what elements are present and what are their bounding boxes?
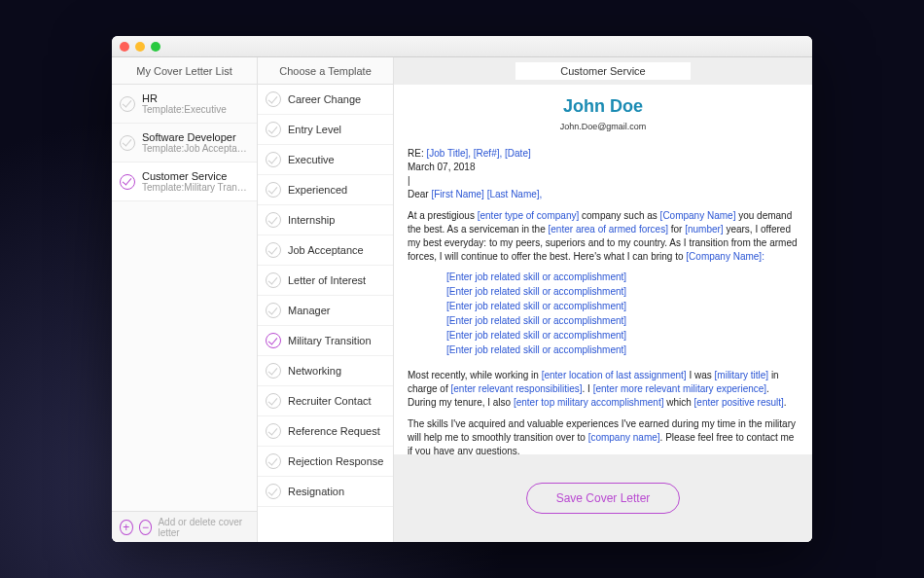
template-label: Experienced (288, 184, 347, 196)
cover-letter-item[interactable]: HRTemplate:Executive (112, 85, 257, 124)
template-item[interactable]: Letter of Interest (258, 266, 393, 296)
cover-letter-template-label: Template:Job Acceptance (142, 143, 249, 154)
template-label: Manager (288, 305, 330, 316)
re-line: RE: [Job Title], [Ref#], [Date] (408, 147, 799, 161)
main-panel: John Doe John.Doe@gmail.com RE: [Job Tit… (394, 57, 812, 542)
template-item[interactable]: Networking (258, 356, 393, 386)
template-label: Military Transition (288, 335, 372, 346)
template-label: Entry Level (288, 124, 341, 135)
letter-date: March 07, 2018 (408, 161, 799, 174)
template-list: Career ChangeEntry LevelExecutiveExperie… (258, 85, 393, 542)
template-item[interactable]: Career Change (258, 85, 393, 115)
skill-bullets: [Enter job related skill or accomplishme… (446, 270, 799, 357)
check-icon (120, 135, 135, 151)
template-header: Choose a Template (258, 57, 393, 85)
check-icon (266, 182, 281, 198)
delete-cover-letter-button[interactable]: − (139, 520, 153, 535)
cover-letter-template-label: Template:Military Transition (142, 182, 249, 193)
check-icon (266, 484, 281, 499)
check-icon (266, 363, 281, 379)
template-item[interactable]: Military Transition (258, 326, 393, 356)
document-editor[interactable]: John Doe John.Doe@gmail.com RE: [Job Tit… (394, 85, 812, 454)
template-item[interactable]: Executive (258, 145, 393, 175)
close-icon[interactable] (120, 42, 129, 52)
check-icon (266, 453, 281, 469)
check-icon (266, 393, 281, 409)
cursor-line: | (408, 174, 799, 188)
template-label: Executive (288, 154, 335, 165)
sidebar-footer: + − Add or delete cover letter (112, 511, 257, 542)
main-header (394, 57, 812, 85)
app-window: My Cover Letter List HRTemplate:Executiv… (112, 36, 812, 542)
sidebar-header: My Cover Letter List (112, 57, 257, 85)
paragraph-3: The skills I've acquired and valuable ex… (408, 417, 799, 454)
applicant-email: John.Doe@gmail.com (408, 121, 799, 133)
template-label: Rejection Response (288, 455, 383, 467)
check-icon (266, 272, 281, 288)
cover-letter-title-input[interactable] (515, 62, 691, 80)
window-controls (120, 42, 160, 52)
check-icon (266, 212, 281, 228)
template-label: Resignation (288, 486, 344, 497)
cover-letter-list: HRTemplate:ExecutiveSoftware DeveloperTe… (112, 85, 257, 511)
salutation: Dear [First Name] [Last Name], (408, 188, 799, 201)
template-label: Letter of Interest (288, 274, 366, 286)
add-cover-letter-button[interactable]: + (120, 520, 133, 535)
applicant-name: John Doe (408, 94, 799, 119)
cover-letter-name: HR (142, 92, 227, 104)
save-cover-letter-button[interactable]: Save Cover Letter (526, 483, 681, 514)
template-label: Recruiter Contact (288, 395, 372, 407)
check-icon (266, 152, 281, 167)
template-item[interactable]: Manager (258, 296, 393, 326)
template-item[interactable]: Entry Level (258, 115, 393, 145)
cover-letter-item[interactable]: Customer ServiceTemplate:Military Transi… (112, 163, 257, 201)
paragraph-1: At a prestigious [enter type of company]… (408, 209, 799, 264)
check-icon (266, 333, 281, 348)
template-item[interactable]: Resignation (258, 477, 393, 507)
cover-letter-template-label: Template:Executive (142, 104, 227, 115)
save-area: Save Cover Letter (394, 454, 812, 542)
cover-letter-name: Software Developer (142, 131, 249, 143)
template-label: Career Change (288, 93, 361, 105)
template-item[interactable]: Job Acceptance (258, 235, 393, 266)
template-label: Internship (288, 214, 335, 226)
sidebar-footer-hint: Add or delete cover letter (158, 517, 249, 538)
check-icon (266, 242, 281, 258)
template-item[interactable]: Internship (258, 205, 393, 235)
cover-letter-item[interactable]: Software DeveloperTemplate:Job Acceptanc… (112, 124, 257, 163)
check-icon (266, 122, 281, 137)
check-icon (266, 423, 281, 439)
paragraph-2: Most recently, while working in [enter l… (408, 369, 799, 410)
cover-letter-sidebar: My Cover Letter List HRTemplate:Executiv… (112, 57, 258, 542)
check-icon (120, 96, 135, 112)
template-label: Networking (288, 365, 341, 377)
minimize-icon[interactable] (135, 42, 145, 52)
template-item[interactable]: Reference Request (258, 416, 393, 447)
cover-letter-name: Customer Service (142, 170, 249, 182)
zoom-icon[interactable] (151, 42, 160, 52)
check-icon (120, 174, 135, 190)
check-icon (266, 303, 281, 318)
template-item[interactable]: Rejection Response (258, 447, 393, 477)
template-item[interactable]: Recruiter Contact (258, 386, 393, 416)
template-label: Job Acceptance (288, 244, 364, 256)
check-icon (266, 91, 281, 107)
template-item[interactable]: Experienced (258, 175, 393, 205)
titlebar (112, 36, 812, 57)
template-label: Reference Request (288, 425, 380, 437)
template-sidebar: Choose a Template Career ChangeEntry Lev… (258, 57, 394, 542)
